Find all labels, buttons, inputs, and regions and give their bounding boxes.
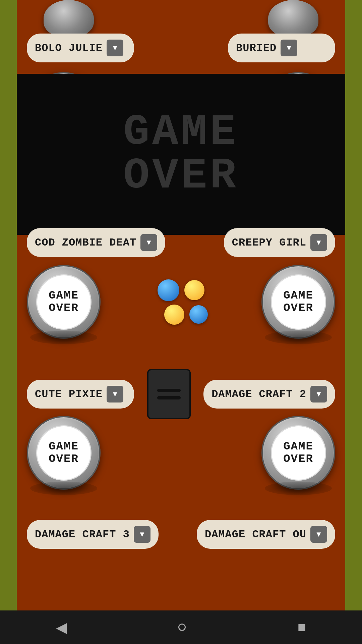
game-over-btn-mid-left[interactable]: GAME OVER	[27, 265, 101, 339]
game-over-btn-low-left[interactable]: GAME OVER	[27, 416, 101, 490]
row-4-game-over: GAME OVER GAME OVER	[17, 265, 345, 339]
back-button[interactable]: ◀	[56, 619, 67, 636]
cute-pixie-arrow: ▼	[107, 386, 123, 402]
nav-bar: ◀ ■	[0, 610, 362, 644]
row-3-dropdowns: COD ZOMBIE DEAT ▼ CREEPY GIRL ▼	[17, 228, 345, 257]
cabinet-border-left	[0, 0, 17, 610]
knob-left	[44, 0, 94, 37]
game-over-inner-mid-right: GAME OVER	[271, 274, 326, 330]
row-5-dropdowns: CUTE PIXIE ▼ DAMAGE CRAFT 2 ▼	[17, 369, 345, 419]
knob-right	[268, 0, 318, 37]
damage-craft-3-button[interactable]: DAMAGE CRAFT 3 ▼	[27, 520, 159, 549]
row-7-dropdowns: DAMAGE CRAFT 3 ▼ DAMAGE CRAFT OU ▼	[17, 520, 345, 549]
coin-yellow-2	[164, 305, 184, 325]
game-over-inner-mid-left: GAME OVER	[36, 274, 92, 330]
coin-yellow-1	[184, 280, 204, 300]
cod-zombie-deat-button[interactable]: COD ZOMBIE DEAT ▼	[27, 228, 165, 257]
coin-slot	[147, 369, 191, 419]
arcade-cabinet: BOLO JULIE ▼ BURIED ▼ GAME OVER GAME OVE…	[0, 0, 362, 610]
damage-craft-2-button[interactable]: DAMAGE CRAFT 2 ▼	[203, 380, 335, 409]
game-over-inner-low-right: GAME OVER	[271, 425, 326, 481]
home-circle[interactable]	[178, 624, 186, 631]
recent-button[interactable]: ■	[298, 619, 306, 635]
buried-arrow: ▼	[281, 40, 297, 56]
cabinet-border-right	[345, 0, 362, 610]
damage-craft-2-arrow: ▼	[310, 386, 327, 402]
bolo-julie-arrow: ▼	[107, 40, 123, 56]
game-over-inner-low-left: GAME OVER	[36, 425, 92, 481]
coin-blue-2	[189, 305, 208, 324]
buried-button[interactable]: BURIED ▼	[228, 34, 335, 62]
row-6-game-over: GAME OVER GAME OVER	[17, 416, 345, 490]
creepy-girl-button[interactable]: CREEPY GIRL ▼	[224, 228, 335, 257]
coin-slot-line-2	[157, 396, 181, 399]
recent-icon: ■	[298, 619, 306, 635]
cod-zombie-arrow: ▼	[140, 234, 157, 251]
screen-game-over-text: GAMEOVER	[123, 111, 239, 198]
coin-slot-line-1	[157, 389, 181, 392]
damage-craft-ou-arrow: ▼	[310, 526, 327, 543]
arcade-screen: GAMEOVER	[17, 74, 345, 235]
game-over-btn-mid-right[interactable]: GAME OVER	[261, 265, 335, 339]
coins-area	[154, 279, 208, 325]
cute-pixie-button[interactable]: CUTE PIXIE ▼	[27, 380, 134, 409]
row-1-dropdowns: BOLO JULIE ▼ BURIED ▼	[17, 34, 345, 62]
back-icon: ◀	[56, 619, 67, 636]
bolo-julie-button[interactable]: BOLO JULIE ▼	[27, 34, 134, 62]
damage-craft-ou-button[interactable]: DAMAGE CRAFT OU ▼	[197, 520, 335, 549]
damage-craft-3-arrow: ▼	[134, 526, 150, 543]
coin-blue	[158, 279, 179, 301]
game-over-btn-low-right[interactable]: GAME OVER	[261, 416, 335, 490]
creepy-girl-arrow: ▼	[310, 234, 327, 251]
